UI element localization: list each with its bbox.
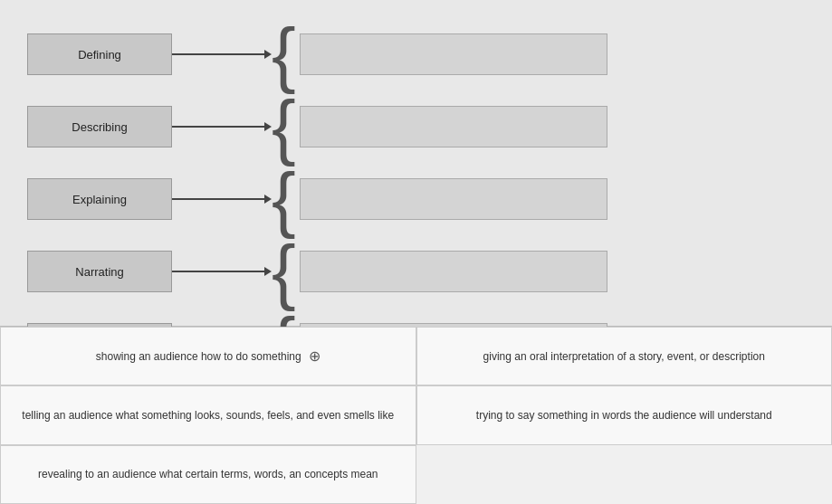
brace-describing: {	[272, 90, 300, 163]
label-describing: Describing	[27, 106, 172, 147]
row-describing: Describing {	[27, 90, 805, 163]
label-narrating: Narrating	[27, 251, 172, 292]
answer-box-narrating[interactable]	[300, 251, 607, 292]
answer-box-describing[interactable]	[300, 106, 607, 147]
line-narrating	[172, 271, 264, 272]
line-defining	[172, 53, 264, 55]
connector-describing	[172, 122, 272, 131]
label-defining: Defining	[27, 33, 172, 75]
matching-area: Defining { Describing { Explaining	[0, 0, 832, 326]
arrow-narrating	[264, 267, 272, 276]
line-explaining	[172, 198, 264, 200]
card-trying[interactable]: trying to say something in words the aud…	[416, 385, 833, 444]
brace-char-explaining: {	[272, 163, 296, 235]
row-explaining: Explaining {	[27, 163, 805, 235]
answer-box-explaining[interactable]	[300, 178, 607, 220]
brace-explaining: {	[272, 163, 300, 235]
card-giving[interactable]: giving an oral interpretation of a story…	[416, 327, 833, 385]
brace-char-defining: {	[272, 18, 296, 90]
answer-box-defining[interactable]	[300, 33, 607, 75]
connector-defining	[172, 50, 272, 59]
arrow-describing	[264, 122, 272, 131]
row-defining: Defining {	[27, 18, 805, 90]
brace-char-narrating: {	[272, 235, 296, 308]
connector-explaining	[172, 195, 272, 204]
brace-char-describing: {	[272, 90, 296, 163]
row-narrating: Narrating {	[27, 235, 805, 308]
move-icon[interactable]: ⊕	[309, 347, 320, 365]
line-describing	[172, 126, 264, 128]
answer-cards-area: showing an audience how to do something …	[0, 326, 832, 504]
arrow-explaining	[264, 195, 272, 204]
brace-narrating: {	[272, 235, 300, 308]
connector-narrating	[172, 267, 272, 276]
brace-defining: {	[272, 18, 300, 90]
card-revealing[interactable]: revealing to an audience what certain te…	[0, 445, 416, 504]
card-showing[interactable]: showing an audience how to do something …	[0, 327, 416, 385]
arrow-defining	[264, 50, 272, 59]
label-explaining: Explaining	[27, 178, 172, 220]
card-telling[interactable]: telling an audience what something looks…	[0, 385, 416, 444]
